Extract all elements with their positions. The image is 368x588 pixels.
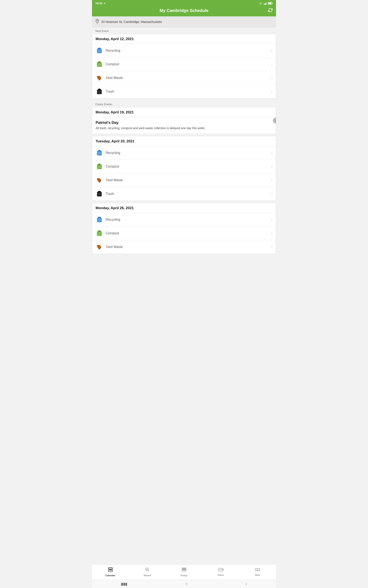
svg-rect-2	[266, 3, 266, 5]
address-bar: 20 Newman St, Cambridge, Massachusetts	[92, 16, 276, 27]
svg-point-18	[98, 66, 99, 67]
svg-rect-14	[100, 50, 101, 52]
yard-waste-chevron-next: ›	[271, 76, 272, 80]
future-event-date-3: Monday, April 26, 2021	[96, 206, 134, 210]
app-header: My Cambridge Schedule	[92, 6, 276, 16]
future-event-card-2: Tuesday, April 20, 2021 Recycling ›	[92, 136, 276, 201]
svg-point-32	[98, 155, 99, 156]
yard-waste-label-next: Yard Waste	[106, 76, 271, 80]
compost-item-3[interactable]: Compost ›	[92, 226, 276, 240]
compost-label-2: Compost	[106, 165, 271, 168]
svg-point-39	[98, 169, 99, 170]
compost-bin-icon	[96, 61, 103, 68]
svg-point-25	[98, 94, 99, 94]
trash-item-next[interactable]: Trash ›	[92, 85, 276, 98]
yard-waste-item-2[interactable]: Yard Waste ›	[92, 173, 276, 187]
svg-rect-33	[98, 152, 99, 154]
compost-chevron-2: ›	[271, 164, 272, 169]
svg-point-46	[98, 196, 99, 197]
svg-rect-31	[99, 150, 100, 150]
future-event-date-header-2: Tuesday, April 20, 2021	[92, 136, 276, 146]
svg-point-53	[98, 222, 99, 223]
next-event-date-header: Monday, April 12, 2021	[92, 34, 276, 44]
status-right	[259, 2, 273, 5]
recycling-label-next: Recycling	[106, 49, 271, 53]
svg-rect-38	[99, 163, 100, 164]
recycling-label-2: Recycling	[106, 151, 271, 155]
svg-rect-5	[272, 3, 273, 4]
future-event-date-1: Monday, April 19, 2021	[96, 110, 134, 114]
compost-chevron-next: ›	[271, 62, 272, 67]
status-left: 14:33 ★	[95, 2, 106, 5]
trash-label-next: Trash	[106, 90, 271, 93]
compost-item-next[interactable]: Compost ›	[92, 58, 276, 71]
yard-waste-chevron-2: ›	[271, 178, 272, 182]
svg-rect-52	[99, 217, 100, 217]
recycling-label-3: Recycling	[106, 218, 271, 222]
trash-chevron-2: ›	[271, 191, 272, 196]
refresh-button[interactable]	[268, 8, 273, 13]
yard-waste-label-2: Yard Waste	[106, 178, 271, 182]
trash-item-2[interactable]: Trash ›	[92, 187, 276, 200]
next-event-date: Monday, April 12, 2021	[96, 37, 134, 41]
holiday-notice: Patriot's Day All trash, recycling, comp…	[92, 117, 276, 134]
svg-rect-63	[100, 232, 101, 235]
compost-label-next: Compost	[106, 62, 271, 66]
recycling-item-2[interactable]: Recycling ›	[92, 146, 276, 160]
svg-rect-59	[99, 230, 100, 231]
svg-point-7	[97, 20, 98, 21]
battery-icon	[268, 2, 273, 5]
recycling-item-3[interactable]: Recycling ›	[92, 213, 276, 226]
status-bar: 14:33 ★	[92, 0, 276, 6]
compost-label-3: Compost	[106, 231, 271, 235]
svg-rect-1	[265, 3, 265, 5]
holiday-desc: All trash, recycling, compost and yard w…	[96, 126, 272, 130]
recycling-bin-icon-3	[96, 216, 103, 223]
svg-point-11	[98, 53, 99, 54]
compost-chevron-3: ›	[271, 231, 272, 235]
svg-rect-3	[266, 2, 267, 5]
recycling-chevron-3: ›	[271, 217, 272, 222]
time-display: 14:33	[95, 2, 102, 5]
compost-item-2[interactable]: Compost ›	[92, 160, 276, 173]
recycling-bin-icon	[96, 47, 103, 54]
svg-rect-27	[99, 90, 100, 93]
svg-rect-17	[99, 61, 100, 62]
svg-rect-21	[100, 63, 101, 65]
svg-rect-12	[98, 50, 99, 52]
compost-bin-icon-2	[96, 163, 103, 170]
star-icon: ★	[103, 2, 106, 5]
svg-rect-45	[99, 191, 100, 191]
holiday-title: Patriot's Day	[96, 120, 272, 125]
future-event-card-3: Monday, April 26, 2021 Recycling ›	[92, 203, 276, 254]
recycling-chevron-next: ›	[271, 48, 272, 53]
address-text: 20 Newman St, Cambridge, Massachusetts	[101, 20, 162, 24]
svg-rect-47	[98, 193, 99, 195]
yard-waste-icon	[96, 74, 103, 82]
svg-rect-34	[99, 152, 100, 154]
recycling-chevron-2: ›	[271, 151, 272, 155]
svg-rect-41	[99, 165, 100, 168]
wifi-icon	[259, 2, 263, 5]
yard-waste-item-3[interactable]: Yard Waste ›	[92, 240, 276, 254]
svg-rect-20	[99, 63, 100, 65]
future-event-card-1: Monday, April 19, 2021 Patriot's Day All…	[92, 107, 276, 134]
next-event-card: Monday, April 12, 2021 Recycling ›	[92, 34, 276, 99]
location-icon	[95, 19, 99, 25]
svg-rect-24	[99, 89, 100, 89]
svg-rect-28	[100, 90, 101, 93]
svg-rect-40	[98, 165, 99, 168]
svg-rect-26	[98, 90, 99, 93]
future-event-date-header-1: Monday, April 19, 2021	[92, 107, 276, 117]
recycling-item-next[interactable]: Recycling ›	[92, 44, 276, 58]
svg-rect-61	[98, 232, 99, 235]
svg-rect-6	[268, 2, 271, 4]
trash-label-2: Trash	[106, 192, 271, 196]
svg-rect-48	[99, 193, 100, 195]
future-event-date-2: Tuesday, April 20, 2021	[96, 139, 134, 143]
svg-rect-13	[99, 50, 100, 52]
yard-waste-label-3: Yard Waste	[106, 245, 271, 249]
signal-icon	[264, 2, 267, 5]
yard-waste-item-next[interactable]: Yard Waste ›	[92, 71, 276, 85]
svg-rect-0	[264, 4, 265, 5]
